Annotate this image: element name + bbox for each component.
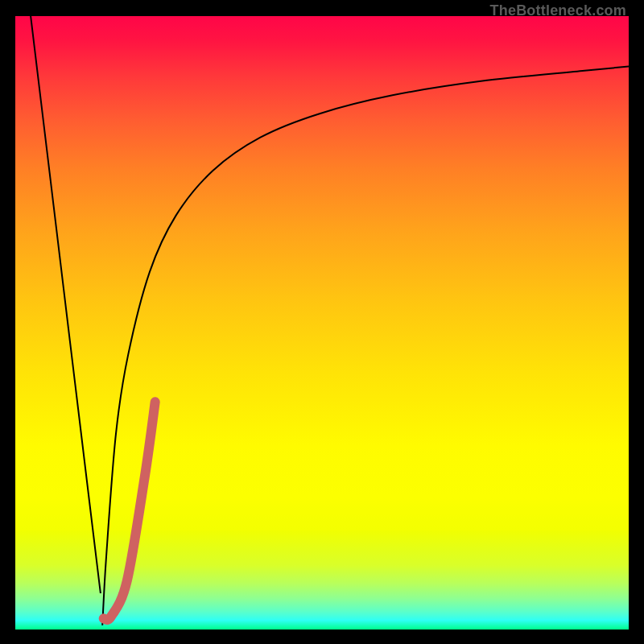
plot-area (15, 16, 629, 630)
right-log-curve (102, 67, 629, 625)
curve-layer (15, 16, 629, 630)
left-descending-line (31, 16, 101, 593)
watermark-label: TheBottleneck.com (490, 2, 626, 19)
black-curves (31, 16, 629, 625)
chart-frame: TheBottleneck.com (0, 0, 644, 644)
accent-segment (104, 402, 155, 620)
